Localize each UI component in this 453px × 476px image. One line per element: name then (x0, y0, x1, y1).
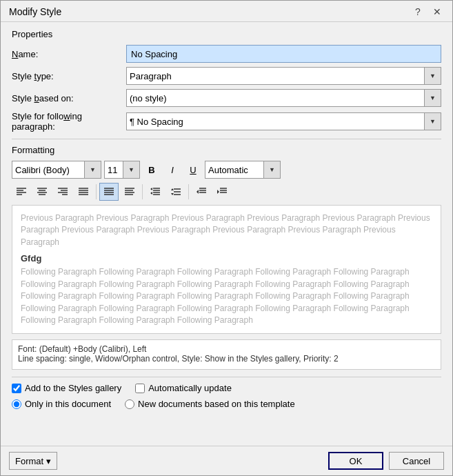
dialog-footer: Format ▾ OK Cancel (1, 446, 452, 475)
properties-section-label: Properties (12, 29, 441, 39)
add-to-gallery-label: Add to the Styles gallery (25, 383, 121, 393)
svg-marker-33 (171, 188, 174, 190)
style-type-value-wrapper: Paragraph (126, 67, 441, 85)
align-toolbar (12, 183, 441, 201)
style-following-label: Style for following paragraph: (12, 111, 122, 132)
size-arrow[interactable] (123, 161, 139, 178)
add-to-gallery-checkbox[interactable] (12, 384, 21, 393)
footer-left: Format ▾ (9, 452, 57, 470)
style-following-value-wrapper: ¶ No Spacing (126, 111, 441, 132)
auto-update-checkbox[interactable] (135, 384, 145, 393)
title-bar: Modify Style ? ✕ (1, 1, 452, 22)
options-divider (12, 377, 441, 377)
footer-right: OK Cancel (328, 452, 444, 470)
svg-marker-28 (150, 188, 152, 190)
toolbar-separator-3 (188, 184, 189, 199)
svg-marker-42 (217, 190, 219, 194)
size-select-wrapper: 11 (104, 161, 140, 179)
style-following-select[interactable]: ¶ No Spacing (127, 113, 424, 130)
color-select-wrapper: Automatic (205, 161, 281, 179)
properties-grid: Name: Style type: Paragraph Style based (12, 45, 441, 132)
font-arrow[interactable] (84, 161, 101, 178)
italic-button[interactable]: I (163, 161, 181, 179)
style-type-select[interactable]: Paragraph (127, 68, 424, 84)
previous-paragraph-text: Previous Paragraph Previous Paragraph Pr… (21, 212, 432, 248)
close-icon[interactable]: ✕ (430, 6, 444, 17)
style-based-value-wrapper: (no style) (126, 89, 441, 107)
title-bar-icons: ? ✕ (411, 6, 444, 17)
style-based-arrow[interactable] (424, 90, 441, 106)
svg-marker-29 (150, 192, 152, 195)
auto-update-checkbox-label[interactable]: Automatically update (135, 383, 232, 393)
style-description: Font: (Default) +Body (Calibri), Left Li… (12, 339, 441, 370)
style-following-select-wrapper: ¶ No Spacing (126, 112, 441, 130)
bold-button[interactable]: B (143, 161, 161, 179)
description-line1: Font: (Default) +Body (Calibri), Left (18, 344, 435, 354)
radio-row: Only in this document New documents base… (12, 399, 441, 409)
svg-marker-38 (197, 190, 199, 194)
svg-marker-34 (171, 193, 174, 195)
auto-update-label: Automatically update (148, 383, 232, 393)
name-input[interactable] (126, 45, 441, 63)
align-left-button[interactable] (12, 183, 31, 201)
font-select-wrapper: Calibri (Body) (12, 161, 101, 179)
font-toolbar-row: Calibri (Body) 11 B I U Automatic (12, 161, 441, 179)
checkbox-row: Add to the Styles gallery Automatically … (12, 383, 441, 393)
line-spacing-1-button[interactable] (145, 183, 165, 201)
ok-button[interactable]: OK (328, 452, 383, 470)
new-documents-radio[interactable] (125, 399, 134, 409)
name-value-wrapper (126, 45, 441, 63)
font-select[interactable]: Calibri (Body) (12, 161, 84, 178)
align-right-button[interactable] (53, 183, 72, 201)
style-type-select-wrapper: Paragraph (126, 67, 441, 85)
preview-area: Previous Paragraph Previous Paragraph Pr… (12, 205, 441, 334)
style-type-label: Style type: (12, 67, 122, 85)
only-document-radio[interactable] (12, 399, 21, 409)
dialog-title: Modify Style (9, 6, 61, 17)
style-based-label: Style based on: (12, 89, 122, 107)
formatting-label: Formatting (12, 145, 441, 155)
underline-button[interactable]: U (184, 161, 202, 179)
color-select[interactable]: Automatic (205, 161, 263, 178)
name-label: Name: (12, 45, 122, 63)
size-select[interactable]: 11 (105, 161, 123, 178)
style-following-arrow[interactable] (424, 113, 441, 130)
style-based-select-wrapper: (no style) (126, 89, 441, 107)
format-button[interactable]: Format ▾ (9, 452, 57, 470)
only-document-radio-label[interactable]: Only in this document (12, 399, 111, 409)
align-distributed-button[interactable] (120, 183, 139, 201)
formatting-section: Formatting Calibri (Body) 11 B I (12, 145, 441, 370)
add-to-gallery-checkbox-label[interactable]: Add to the Styles gallery (12, 383, 121, 393)
properties-divider (12, 139, 441, 139)
style-type-arrow[interactable] (424, 68, 441, 84)
toolbar-separator-1 (96, 184, 97, 199)
decrease-indent-button[interactable] (192, 183, 211, 201)
preview-heading: Gfdg (21, 252, 432, 265)
cancel-button[interactable]: Cancel (389, 452, 444, 470)
justify-button[interactable] (74, 183, 93, 201)
increase-indent-button[interactable] (212, 183, 232, 201)
only-document-label: Only in this document (25, 399, 111, 409)
new-documents-radio-label[interactable]: New documents based on this template (125, 399, 295, 409)
color-arrow[interactable] (263, 161, 280, 178)
help-icon[interactable]: ? (411, 6, 425, 17)
following-paragraph-text: Following Paragraph Following Paragraph … (21, 266, 432, 326)
line-spacing-2-button[interactable] (166, 183, 185, 201)
style-based-select[interactable]: (no style) (127, 90, 424, 106)
dialog-body: Properties Name: Style type: Paragraph (1, 22, 452, 446)
modify-style-dialog: Modify Style ? ✕ Properties Name: Style … (0, 0, 453, 476)
align-left-active-button[interactable] (99, 183, 119, 201)
toolbar-separator-2 (142, 184, 143, 199)
description-line2: Line spacing: single, Widow/Orphan contr… (18, 354, 435, 364)
align-center-button[interactable] (32, 183, 52, 201)
new-documents-label: New documents based on this template (138, 399, 295, 409)
